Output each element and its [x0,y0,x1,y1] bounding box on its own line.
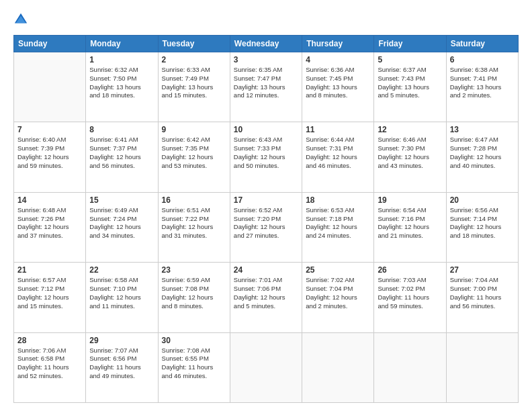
day-detail: Sunrise: 6:35 AMSunset: 7:47 PMDaylight:… [234,66,298,100]
calendar-cell [446,332,518,402]
calendar-week-row: 14Sunrise: 6:48 AMSunset: 7:26 PMDayligh… [14,192,519,262]
day-detail: Sunrise: 6:40 AMSunset: 7:39 PMDaylight:… [17,136,82,170]
day-number: 17 [234,195,298,205]
day-detail: Sunrise: 7:07 AMSunset: 6:56 PMDaylight:… [89,347,154,381]
calendar-cell: 23Sunrise: 6:59 AMSunset: 7:08 PMDayligh… [158,263,230,332]
day-number: 5 [378,55,442,64]
calendar-cell: 19Sunrise: 6:54 AMSunset: 7:16 PMDayligh… [374,192,446,262]
day-detail: Sunrise: 6:32 AMSunset: 7:50 PMDaylight:… [89,66,154,100]
day-detail: Sunrise: 6:47 AMSunset: 7:28 PMDaylight:… [450,136,515,170]
day-number: 4 [306,55,370,64]
calendar-day-header: Thursday [302,36,374,52]
day-detail: Sunrise: 6:53 AMSunset: 7:18 PMDaylight:… [306,206,370,240]
day-number: 13 [450,125,515,134]
day-number: 26 [378,265,442,275]
logo-icon [13,12,28,27]
calendar-cell: 6Sunrise: 6:38 AMSunset: 7:41 PMDaylight… [446,52,518,122]
calendar-week-row: 21Sunrise: 6:57 AMSunset: 7:12 PMDayligh… [14,263,519,332]
day-number: 6 [450,55,515,64]
day-number: 23 [162,265,226,275]
calendar-cell: 24Sunrise: 7:01 AMSunset: 7:06 PMDayligh… [230,263,302,332]
calendar-cell: 4Sunrise: 6:36 AMSunset: 7:45 PMDaylight… [302,52,374,122]
calendar-cell: 18Sunrise: 6:53 AMSunset: 7:18 PMDayligh… [302,192,374,262]
day-detail: Sunrise: 7:04 AMSunset: 7:00 PMDaylight:… [450,276,515,310]
calendar-cell: 21Sunrise: 6:57 AMSunset: 7:12 PMDayligh… [14,263,86,332]
day-number: 25 [306,265,370,275]
day-number: 28 [17,336,82,345]
calendar-cell: 8Sunrise: 6:41 AMSunset: 7:37 PMDaylight… [86,122,158,192]
calendar-cell [374,332,446,402]
day-number: 18 [306,195,370,205]
calendar-cell [302,332,374,402]
day-number: 24 [234,265,298,275]
day-detail: Sunrise: 6:48 AMSunset: 7:26 PMDaylight:… [17,206,82,240]
day-number: 10 [234,125,298,134]
day-number: 21 [17,265,82,275]
calendar-cell: 12Sunrise: 6:46 AMSunset: 7:30 PMDayligh… [374,122,446,192]
day-number: 19 [378,195,442,205]
day-detail: Sunrise: 6:36 AMSunset: 7:45 PMDaylight:… [306,66,370,100]
day-detail: Sunrise: 6:42 AMSunset: 7:35 PMDaylight:… [162,136,226,170]
calendar-cell: 7Sunrise: 6:40 AMSunset: 7:39 PMDaylight… [14,122,86,192]
day-number: 2 [162,55,226,64]
day-number: 1 [89,55,154,64]
day-detail: Sunrise: 6:57 AMSunset: 7:12 PMDaylight:… [17,276,82,310]
calendar-cell: 26Sunrise: 7:03 AMSunset: 7:02 PMDayligh… [374,263,446,332]
day-number: 30 [162,336,226,345]
calendar-day-header: Saturday [446,36,518,52]
day-detail: Sunrise: 6:49 AMSunset: 7:24 PMDaylight:… [89,206,154,240]
calendar-cell: 5Sunrise: 6:37 AMSunset: 7:43 PMDaylight… [374,52,446,122]
day-number: 15 [89,195,154,205]
calendar-cell: 16Sunrise: 6:51 AMSunset: 7:22 PMDayligh… [158,192,230,262]
day-number: 7 [17,125,82,134]
calendar-day-header: Monday [86,36,158,52]
calendar-cell: 2Sunrise: 6:33 AMSunset: 7:49 PMDaylight… [158,52,230,122]
day-number: 20 [450,195,515,205]
calendar-cell: 30Sunrise: 7:08 AMSunset: 6:55 PMDayligh… [158,332,230,402]
day-number: 29 [89,336,154,345]
calendar-cell: 25Sunrise: 7:02 AMSunset: 7:04 PMDayligh… [302,263,374,332]
day-detail: Sunrise: 7:08 AMSunset: 6:55 PMDaylight:… [162,347,226,381]
day-detail: Sunrise: 6:41 AMSunset: 7:37 PMDaylight:… [89,136,154,170]
day-number: 14 [17,195,82,205]
day-number: 22 [89,265,154,275]
day-detail: Sunrise: 6:37 AMSunset: 7:43 PMDaylight:… [378,66,442,100]
page: SundayMondayTuesdayWednesdayThursdayFrid… [0,0,532,411]
day-detail: Sunrise: 6:38 AMSunset: 7:41 PMDaylight:… [450,66,515,100]
day-detail: Sunrise: 6:56 AMSunset: 7:14 PMDaylight:… [450,206,515,240]
day-detail: Sunrise: 6:54 AMSunset: 7:16 PMDaylight:… [378,206,442,240]
calendar-day-header: Friday [374,36,446,52]
calendar-cell [14,52,86,122]
day-detail: Sunrise: 6:51 AMSunset: 7:22 PMDaylight:… [162,206,226,240]
day-detail: Sunrise: 7:01 AMSunset: 7:06 PMDaylight:… [234,276,298,310]
calendar-cell: 28Sunrise: 7:06 AMSunset: 6:58 PMDayligh… [14,332,86,402]
day-detail: Sunrise: 6:44 AMSunset: 7:31 PMDaylight:… [306,136,370,170]
header [13,12,519,28]
day-detail: Sunrise: 7:03 AMSunset: 7:02 PMDaylight:… [378,276,442,310]
logo [13,12,31,28]
calendar-day-header: Sunday [14,36,86,52]
calendar-cell: 29Sunrise: 7:07 AMSunset: 6:56 PMDayligh… [86,332,158,402]
calendar-cell: 1Sunrise: 6:32 AMSunset: 7:50 PMDaylight… [86,52,158,122]
calendar-cell: 13Sunrise: 6:47 AMSunset: 7:28 PMDayligh… [446,122,518,192]
day-detail: Sunrise: 6:43 AMSunset: 7:33 PMDaylight:… [234,136,298,170]
calendar-table: SundayMondayTuesdayWednesdayThursdayFrid… [13,35,519,403]
calendar-day-header: Wednesday [230,36,302,52]
calendar-week-row: 28Sunrise: 7:06 AMSunset: 6:58 PMDayligh… [14,332,519,402]
day-detail: Sunrise: 7:02 AMSunset: 7:04 PMDaylight:… [306,276,370,310]
calendar-cell: 22Sunrise: 6:58 AMSunset: 7:10 PMDayligh… [86,263,158,332]
day-detail: Sunrise: 6:33 AMSunset: 7:49 PMDaylight:… [162,66,226,100]
day-number: 11 [306,125,370,134]
calendar-cell: 20Sunrise: 6:56 AMSunset: 7:14 PMDayligh… [446,192,518,262]
day-detail: Sunrise: 6:52 AMSunset: 7:20 PMDaylight:… [234,206,298,240]
day-detail: Sunrise: 6:59 AMSunset: 7:08 PMDaylight:… [162,276,226,310]
day-number: 9 [162,125,226,134]
day-number: 8 [89,125,154,134]
day-detail: Sunrise: 6:46 AMSunset: 7:30 PMDaylight:… [378,136,442,170]
day-detail: Sunrise: 7:06 AMSunset: 6:58 PMDaylight:… [17,347,82,381]
day-detail: Sunrise: 6:58 AMSunset: 7:10 PMDaylight:… [89,276,154,310]
calendar-day-header: Tuesday [158,36,230,52]
calendar-header-row: SundayMondayTuesdayWednesdayThursdayFrid… [14,36,519,52]
calendar-week-row: 1Sunrise: 6:32 AMSunset: 7:50 PMDaylight… [14,52,519,122]
day-number: 12 [378,125,442,134]
